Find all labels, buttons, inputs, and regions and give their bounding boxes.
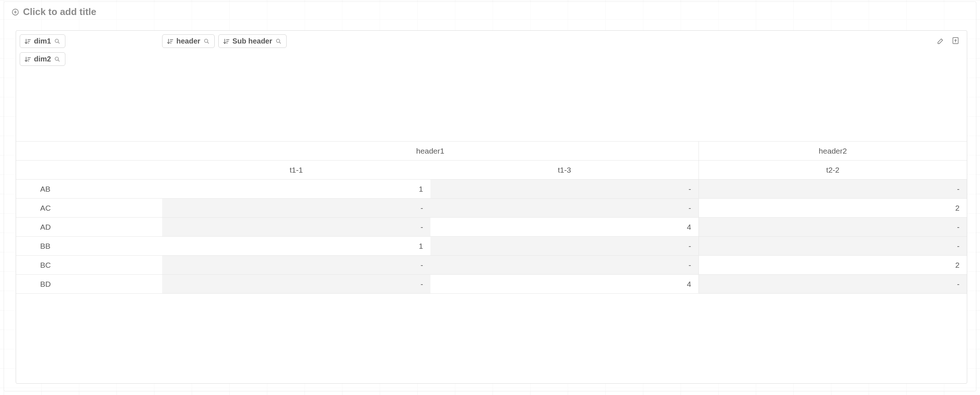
row-key[interactable]: BB [16,237,162,256]
sort-icon [24,38,31,45]
top-header[interactable]: header1 [162,142,698,161]
table-row: BB1-- [16,237,967,256]
value-cell[interactable]: - [431,237,699,256]
viz-action-icons [937,37,959,46]
row-key[interactable]: AC [16,198,162,217]
sort-icon [167,38,173,45]
value-cell[interactable]: - [431,198,699,217]
svg-point-25 [277,39,280,42]
value-cell[interactable]: - [162,217,431,237]
corner-cell [16,161,162,179]
sub-header[interactable]: t1-1 [162,161,431,179]
col-dim-chip-header[interactable]: header [162,34,215,48]
value-cell[interactable]: - [431,256,699,275]
svg-line-26 [279,42,280,43]
sub-header[interactable]: t2-2 [698,161,967,179]
pivot-table-wrap: header1 header2 t1-1 t1-3 t2-2 AB1--AC--… [16,141,967,383]
top-header[interactable]: header2 [698,142,967,161]
top-header-row: header1 header2 [16,142,967,161]
value-cell[interactable]: 2 [698,256,967,275]
value-cell[interactable]: - [698,237,967,256]
corner-cell [16,142,162,161]
value-cell[interactable]: - [698,217,967,237]
svg-point-7 [55,39,59,42]
value-cell[interactable]: - [698,179,967,198]
value-cell[interactable]: 4 [431,217,699,237]
row-key[interactable]: AD [16,217,162,237]
sort-icon [223,38,230,45]
row-key[interactable]: BC [16,256,162,275]
search-icon[interactable] [54,38,60,45]
row-dim-chip-dim2[interactable]: dim2 [20,52,65,66]
search-icon[interactable] [54,56,60,62]
edit-icon[interactable] [937,37,945,46]
value-cell[interactable]: - [162,198,431,217]
plus-circle-icon [11,8,19,16]
chip-label: header [177,37,200,45]
search-icon[interactable] [204,38,210,45]
pivot-viz: dim1 dim2 [16,30,967,384]
sub-header[interactable]: t1-3 [431,161,699,179]
row-key[interactable]: AB [16,179,162,198]
chip-label: dim2 [34,55,51,63]
svg-point-13 [55,57,59,60]
row-key[interactable]: BD [16,275,162,294]
search-icon[interactable] [275,38,282,45]
table-row: AB1-- [16,179,967,198]
value-cell[interactable]: - [698,275,967,294]
value-cell[interactable]: - [162,256,431,275]
col-dim-chip-sub-header[interactable]: Sub header [218,34,286,48]
export-icon[interactable] [951,37,959,46]
pivot-thead: header1 header2 t1-1 t1-3 t2-2 [16,142,967,179]
value-cell[interactable]: - [162,275,431,294]
chip-label: Sub header [232,37,272,45]
svg-line-20 [207,42,208,43]
sort-icon [24,56,31,62]
value-cell[interactable]: - [431,179,699,198]
value-cell[interactable]: 1 [162,237,431,256]
chip-label: dim1 [34,37,51,45]
value-cell[interactable]: 2 [698,198,967,217]
value-cell[interactable]: 4 [431,275,699,294]
value-cell[interactable]: 1 [162,179,431,198]
viz-frame: Click to add title dim1 [4,2,976,391]
sub-header-row: t1-1 t1-3 t2-2 [16,161,967,179]
row-dim-chip-dim1[interactable]: dim1 [20,34,65,48]
svg-line-14 [58,60,59,61]
table-row: AC--2 [16,198,967,217]
column-dimension-chip-zone[interactable]: header Sub header [162,31,967,141]
svg-line-8 [58,42,59,43]
title-placeholder-text: Click to add title [23,6,96,18]
table-row: BC--2 [16,256,967,275]
title-placeholder[interactable]: Click to add title [4,2,976,22]
table-row: AD-4- [16,217,967,237]
svg-point-19 [204,39,208,42]
pivot-table: header1 header2 t1-1 t1-3 t2-2 AB1--AC--… [16,141,967,294]
pivot-tbody: AB1--AC--2AD-4-BB1--BC--2BD-4- [16,179,967,294]
table-row: BD-4- [16,275,967,294]
